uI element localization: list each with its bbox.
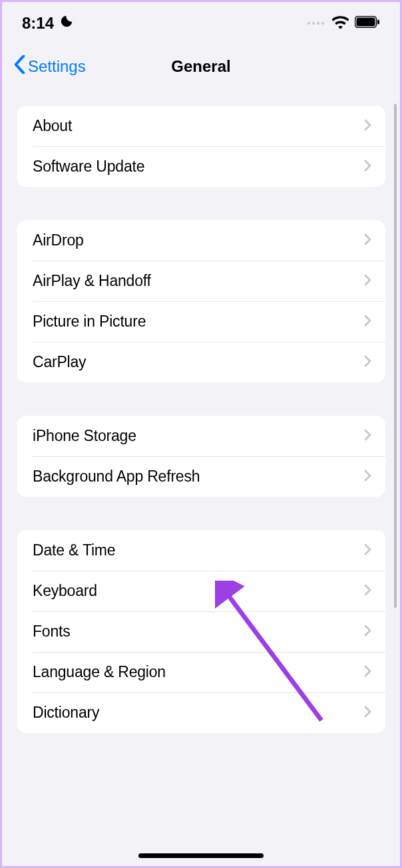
row-about[interactable]: About [17, 106, 385, 146]
row-carplay[interactable]: CarPlay [17, 342, 385, 382]
back-label: Settings [28, 57, 86, 76]
chevron-right-icon [364, 665, 372, 680]
svg-rect-2 [377, 20, 379, 25]
row-label: Keyboard [33, 582, 97, 600]
chevron-right-icon [364, 274, 372, 289]
row-label: Fonts [33, 623, 71, 641]
focus-moon-icon [59, 14, 74, 33]
row-language-region[interactable]: Language & Region [17, 652, 385, 692]
chevron-right-icon [364, 584, 372, 599]
row-label: Picture in Picture [33, 313, 146, 331]
row-label: AirDrop [33, 231, 84, 249]
row-label: About [33, 117, 72, 135]
row-keyboard[interactable]: Keyboard [17, 571, 385, 611]
row-background-app-refresh[interactable]: Background App Refresh [17, 456, 385, 497]
row-picture-in-picture[interactable]: Picture in Picture [17, 301, 385, 342]
row-label: CarPlay [33, 353, 86, 371]
status-time: 8:14 [22, 14, 54, 33]
row-label: iPhone Storage [33, 427, 136, 445]
chevron-right-icon [364, 355, 372, 370]
wifi-icon [332, 16, 349, 31]
chevron-right-icon [364, 470, 372, 484]
row-label: Date & Time [33, 541, 115, 559]
row-software-update[interactable]: Software Update [17, 146, 385, 187]
battery-icon [355, 16, 380, 31]
settings-content: About Software Update AirDrop AirPlay & … [2, 87, 400, 733]
home-indicator[interactable] [138, 853, 264, 858]
chevron-right-icon [364, 429, 372, 444]
row-label: Background App Refresh [33, 468, 200, 486]
chevron-right-icon [364, 160, 372, 174]
row-iphone-storage[interactable]: iPhone Storage [17, 416, 385, 456]
row-label: Language & Region [33, 663, 166, 681]
device-frame: 8:14 Settings General About [2, 2, 400, 866]
chevron-right-icon [364, 706, 372, 720]
chevron-right-icon [364, 543, 372, 558]
service-dots-icon [307, 22, 324, 25]
status-bar: 8:14 [2, 2, 400, 37]
row-date-time[interactable]: Date & Time [17, 530, 385, 571]
chevron-left-icon [14, 55, 25, 78]
settings-group: AirDrop AirPlay & Handoff Picture in Pic… [17, 220, 385, 382]
back-button[interactable]: Settings [14, 55, 86, 78]
row-fonts[interactable]: Fonts [17, 611, 385, 652]
page-title: General [171, 57, 230, 76]
scroll-indicator[interactable] [394, 104, 397, 608]
row-label: Dictionary [33, 704, 99, 722]
svg-rect-1 [357, 18, 375, 27]
row-label: AirPlay & Handoff [33, 272, 151, 290]
chevron-right-icon [364, 233, 372, 248]
row-dictionary[interactable]: Dictionary [17, 692, 385, 733]
row-airdrop[interactable]: AirDrop [17, 220, 385, 261]
chevron-right-icon [364, 315, 372, 329]
settings-group: About Software Update [17, 106, 385, 187]
chevron-right-icon [364, 625, 372, 639]
row-label: Software Update [33, 158, 144, 176]
settings-group: iPhone Storage Background App Refresh [17, 416, 385, 497]
row-airplay-handoff[interactable]: AirPlay & Handoff [17, 261, 385, 301]
chevron-right-icon [364, 119, 372, 134]
navigation-bar: Settings General [2, 37, 400, 87]
settings-group: Date & Time Keyboard Fonts Language & Re… [17, 530, 385, 733]
